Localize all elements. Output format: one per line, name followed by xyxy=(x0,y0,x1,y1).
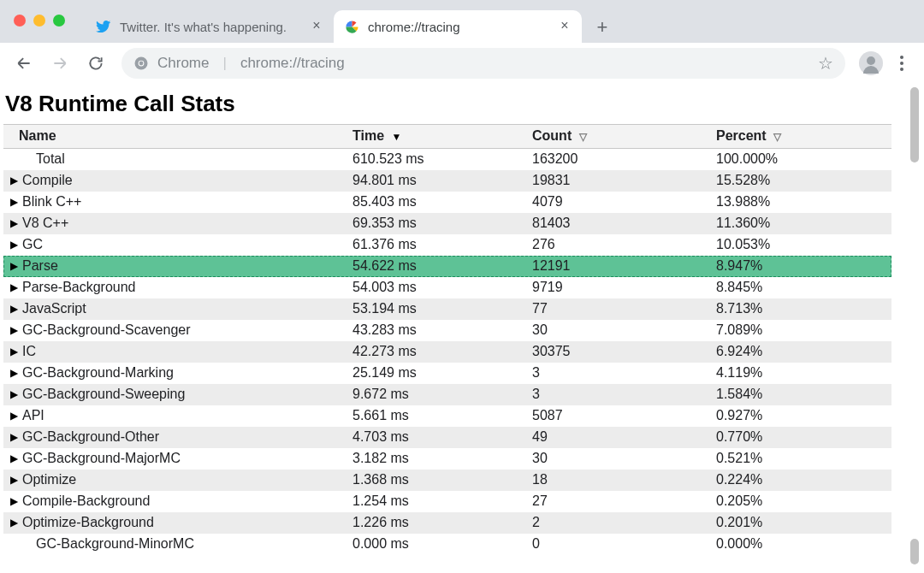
table-row[interactable]: ▶GC-Background-Marking25.149 ms34.119% xyxy=(3,363,891,384)
browser-menu-button[interactable] xyxy=(891,53,912,74)
row-time: 69.353 ms xyxy=(346,213,525,234)
row-count: 19831 xyxy=(525,170,709,192)
table-row[interactable]: ▶GC-Background-Other4.703 ms490.770% xyxy=(3,427,891,448)
disclosure-triangle-icon[interactable]: ▶ xyxy=(10,281,19,293)
disclosure-triangle-icon[interactable]: ▶ xyxy=(10,303,19,315)
row-name: GC-Background-MinorMC xyxy=(36,536,194,552)
table-row[interactable]: ▶GC-Background-MajorMC3.182 ms300.521% xyxy=(3,448,891,470)
table-row[interactable]: ▶GC-Background-Scavenger43.283 ms307.089… xyxy=(3,320,891,341)
reload-button[interactable] xyxy=(80,48,111,79)
sort-indicator-icon: ▽ xyxy=(773,131,781,143)
browser-chrome: Twitter. It's what's happening. × chrome… xyxy=(0,0,924,84)
table-row[interactable]: ▶JavaScript53.194 ms778.713% xyxy=(3,298,891,320)
column-header-time[interactable]: Time ▼ xyxy=(346,125,525,149)
sort-descending-icon: ▼ xyxy=(392,131,402,143)
row-time: 85.403 ms xyxy=(346,192,525,213)
row-time: 43.283 ms xyxy=(346,320,525,341)
tab-title: Twitter. It's what's happening. xyxy=(120,20,301,34)
window-close-button[interactable] xyxy=(14,15,26,27)
column-header-percent[interactable]: Percent ▽ xyxy=(709,125,891,149)
row-count: 5087 xyxy=(525,405,709,427)
row-count: 4079 xyxy=(525,192,709,213)
row-percent: 15.528% xyxy=(709,170,891,192)
profile-avatar-button[interactable] xyxy=(859,51,883,75)
row-percent: 0.201% xyxy=(709,512,891,534)
tracing-icon xyxy=(344,19,359,34)
row-count: 30 xyxy=(525,320,709,341)
disclosure-triangle-icon[interactable]: ▶ xyxy=(10,474,19,486)
column-header-count[interactable]: Count ▽ xyxy=(525,125,709,149)
window-controls xyxy=(14,15,65,27)
disclosure-triangle-icon[interactable]: ▶ xyxy=(10,495,19,507)
disclosure-triangle-icon[interactable]: ▶ xyxy=(10,174,19,186)
forward-button[interactable] xyxy=(44,48,75,79)
new-tab-button[interactable]: + xyxy=(589,14,616,41)
disclosure-triangle-icon[interactable]: ▶ xyxy=(10,431,19,443)
row-percent: 8.845% xyxy=(709,277,891,298)
address-scheme: Chrome xyxy=(157,55,209,72)
table-row[interactable]: ▶GC-Background-MinorMC0.000 ms00.000% xyxy=(3,534,891,555)
table-row[interactable]: ▶Blink C++85.403 ms407913.988% xyxy=(3,192,891,213)
row-percent: 4.119% xyxy=(709,363,891,384)
back-button[interactable] xyxy=(9,48,39,79)
disclosure-triangle-icon[interactable]: ▶ xyxy=(10,367,19,379)
row-percent: 13.988% xyxy=(709,192,891,213)
table-row[interactable]: ▶Total610.523 ms163200100.000% xyxy=(3,149,891,171)
disclosure-triangle-icon[interactable]: ▶ xyxy=(10,346,19,357)
row-count: 2 xyxy=(525,512,709,534)
disclosure-triangle-icon[interactable]: ▶ xyxy=(10,217,19,229)
tab-twitter[interactable]: Twitter. It's what's happening. × xyxy=(86,10,334,43)
row-name: GC-Background-Sweeping xyxy=(22,387,185,402)
toolbar: Chrome | chrome://tracing ☆ xyxy=(0,43,924,84)
row-percent: 0.770% xyxy=(709,427,891,448)
table-row[interactable]: ▶API5.661 ms50870.927% xyxy=(3,405,891,427)
row-count: 49 xyxy=(525,427,709,448)
row-name: JavaScript xyxy=(22,301,86,316)
table-row[interactable]: ▶GC61.376 ms27610.053% xyxy=(3,234,891,256)
row-percent: 0.000% xyxy=(709,534,891,555)
close-icon[interactable]: × xyxy=(558,20,572,33)
viewport: V8 Runtime Call Stats Name Time ▼ Count … xyxy=(0,84,924,573)
table-row[interactable]: ▶IC42.273 ms303756.924% xyxy=(3,341,891,363)
row-time: 1.368 ms xyxy=(346,470,525,491)
table-row[interactable]: ▶Compile94.801 ms1983115.528% xyxy=(3,170,891,192)
chrome-scheme-icon xyxy=(133,56,149,71)
disclosure-triangle-icon[interactable]: ▶ xyxy=(10,517,19,529)
row-time: 54.003 ms xyxy=(346,277,525,298)
column-header-name[interactable]: Name xyxy=(3,125,346,149)
tabs: Twitter. It's what's happening. × chrome… xyxy=(86,0,616,43)
disclosure-triangle-icon[interactable]: ▶ xyxy=(10,239,19,251)
tab-tracing[interactable]: chrome://tracing × xyxy=(334,10,582,43)
row-name: V8 C++ xyxy=(22,216,68,231)
window-zoom-button[interactable] xyxy=(53,15,65,27)
address-bar[interactable]: Chrome | chrome://tracing ☆ xyxy=(121,48,845,79)
window-minimize-button[interactable] xyxy=(33,15,45,27)
disclosure-triangle-icon[interactable]: ▶ xyxy=(10,260,19,272)
disclosure-triangle-icon[interactable]: ▶ xyxy=(10,196,19,208)
scrollbar-thumb[interactable] xyxy=(910,539,919,564)
table-row[interactable]: ▶Compile-Background1.254 ms270.205% xyxy=(3,491,891,512)
row-count: 18 xyxy=(525,470,709,491)
table-row[interactable]: ▶Optimize1.368 ms180.224% xyxy=(3,470,891,491)
table-row[interactable]: ▶Optimize-Background1.226 ms20.201% xyxy=(3,512,891,534)
row-name: Optimize xyxy=(22,472,76,487)
table-row[interactable]: ▶Parse-Background54.003 ms97198.845% xyxy=(3,277,891,298)
disclosure-triangle-icon[interactable]: ▶ xyxy=(10,410,19,422)
disclosure-triangle-icon[interactable]: ▶ xyxy=(10,452,19,464)
disclosure-triangle-icon[interactable]: ▶ xyxy=(10,388,19,400)
bookmark-star-icon[interactable]: ☆ xyxy=(818,53,833,74)
row-percent: 10.053% xyxy=(709,234,891,256)
scrollbar[interactable] xyxy=(909,84,921,568)
row-name: GC-Background-Marking xyxy=(22,365,174,381)
svg-point-2 xyxy=(139,62,144,66)
table-row[interactable]: ▶Parse54.622 ms121918.947% xyxy=(3,256,891,277)
tab-title: chrome://tracing xyxy=(368,20,549,34)
table-row[interactable]: ▶GC-Background-Sweeping9.672 ms31.584% xyxy=(3,384,891,405)
table-row[interactable]: ▶V8 C++69.353 ms8140311.360% xyxy=(3,213,891,234)
close-icon[interactable]: × xyxy=(310,20,323,33)
scrollbar-thumb[interactable] xyxy=(910,87,919,162)
row-time: 0.000 ms xyxy=(346,534,525,555)
disclosure-triangle-icon[interactable]: ▶ xyxy=(10,324,19,336)
row-time: 54.622 ms xyxy=(346,256,525,277)
row-name: Total xyxy=(36,151,65,167)
